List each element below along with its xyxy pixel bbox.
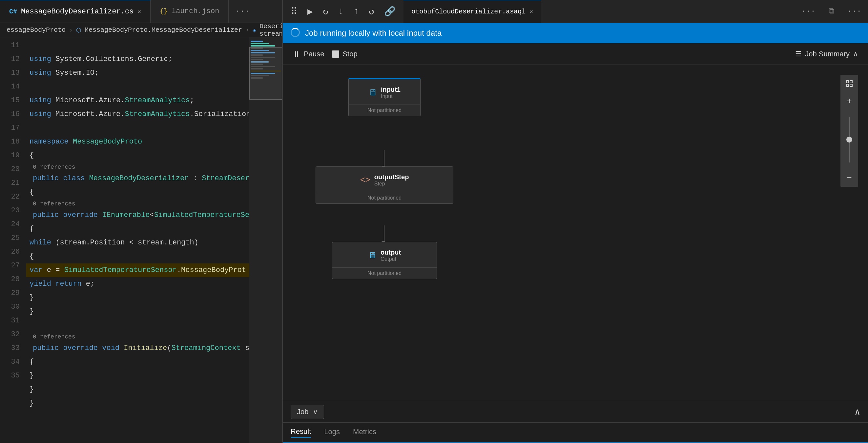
stop-label: Stop bbox=[342, 50, 357, 58]
outputstep-label: outputStep bbox=[374, 173, 409, 181]
zoom-minus-button[interactable]: − bbox=[840, 169, 858, 187]
bottom-panel: Job ∨ ∧ Result Logs Metrics bbox=[283, 401, 868, 443]
tab-more-left[interactable]: ··· bbox=[229, 0, 256, 23]
node-outputstep[interactable]: <> outputStep Step Not partitioned bbox=[316, 166, 453, 204]
code-line-26: ▶ var e = SimulatedTemperatureSensor.Mes… bbox=[26, 264, 249, 277]
code-line-22: 0 references public override IEnumerable… bbox=[26, 199, 249, 222]
job-summary-label: Job Summary bbox=[805, 50, 849, 58]
zoom-fit-button[interactable] bbox=[840, 75, 858, 92]
outputstep-subtitle: Step bbox=[374, 181, 409, 187]
diagram-area: 🖥 input1 Input Not partitioned ▼ <> bbox=[283, 65, 868, 401]
code-line-17 bbox=[26, 121, 249, 135]
line-numbers: 11 12 13 14 15 16 17 18 19 20 21 22 23 2… bbox=[0, 37, 26, 443]
job-header-text: Job running locally with local input dat… bbox=[305, 29, 441, 38]
tab-msgbody-icon: C# bbox=[9, 8, 17, 15]
stop-icon bbox=[332, 50, 339, 58]
link-icon[interactable]: 🔗 bbox=[384, 6, 396, 17]
job-dropdown-label: Job bbox=[297, 408, 308, 416]
output-subtitle: Output bbox=[380, 256, 401, 262]
code-line-30 bbox=[26, 318, 249, 332]
tab-protobuf-label: otobufCloudDeserializer.asaql bbox=[411, 8, 526, 15]
minimap bbox=[249, 37, 282, 443]
job-running-header: Job running locally with local input dat… bbox=[283, 23, 868, 43]
zoom-slider-track[interactable] bbox=[840, 110, 858, 169]
breadcrumb-part1: essageBodyProto bbox=[6, 26, 66, 34]
code-line-16: using Microsoft.Azure.StreamAnalytics.Se… bbox=[26, 107, 249, 121]
node-output[interactable]: 🖥 output Output Not partitioned bbox=[332, 242, 437, 279]
step-into-icon[interactable]: ↓ bbox=[338, 6, 344, 16]
node-input1[interactable]: 🖥 input1 Input Not partitioned bbox=[348, 78, 421, 116]
tab-protobuf-close[interactable]: ✕ bbox=[529, 8, 533, 15]
job-spinner bbox=[291, 28, 300, 38]
zoom-plus-button[interactable]: + bbox=[840, 92, 858, 110]
code-line-15: using Microsoft.Azure.StreamAnalytics; bbox=[26, 94, 249, 107]
collapse-button[interactable]: ∧ bbox=[855, 406, 860, 417]
code-line-25: { bbox=[26, 250, 249, 264]
pause-icon: ⏸ bbox=[292, 49, 301, 59]
tab-msgbody-close[interactable]: ✕ bbox=[137, 8, 141, 15]
breadcrumb-icon2: ◈ bbox=[253, 27, 256, 34]
code-line-20: 0 references public class MessageBodyDes… bbox=[26, 163, 249, 185]
svg-rect-3 bbox=[850, 84, 852, 87]
code-line-34: } bbox=[26, 383, 249, 397]
breadcrumb-sep1: › bbox=[69, 26, 73, 34]
tab-protobuf[interactable]: otobufCloudDeserializer.asaql ✕ bbox=[403, 0, 541, 23]
stop-button[interactable]: Stop bbox=[332, 50, 357, 58]
zoom-controls: + − bbox=[840, 75, 858, 187]
code-line-11 bbox=[26, 39, 249, 53]
output-label: output bbox=[380, 249, 401, 256]
step-out-icon[interactable]: ↑ bbox=[353, 6, 359, 16]
tab-logs[interactable]: Logs bbox=[324, 428, 340, 437]
pause-button[interactable]: ⏸ Pause bbox=[292, 49, 324, 59]
undo-icon[interactable]: ↺ bbox=[369, 6, 374, 17]
breadcrumb-part3: Deserialize(Stream stream) bbox=[259, 23, 282, 38]
breadcrumb: essageBodyProto › ⬡ MessageBodyProto.Mes… bbox=[0, 23, 282, 37]
code-line-13: using System.IO; bbox=[26, 66, 249, 80]
tab-metrics-label: Metrics bbox=[353, 428, 376, 436]
code-line-35: } bbox=[26, 397, 249, 410]
tab-logs-label: Logs bbox=[324, 428, 340, 436]
input1-footer: Not partitioned bbox=[349, 105, 420, 116]
code-line-24: while (stream.Position < stream.Length) bbox=[26, 236, 249, 250]
code-line-14 bbox=[26, 80, 249, 94]
job-dropdown[interactable]: Job ∨ bbox=[291, 405, 324, 419]
code-line-31: 0 references public override void Initia… bbox=[26, 332, 249, 355]
input1-label: input1 bbox=[381, 86, 401, 93]
result-tabs: Result Logs Metrics bbox=[283, 423, 868, 443]
tab-launch-label: launch.json bbox=[172, 7, 219, 15]
code-line-33: } bbox=[26, 369, 249, 383]
code-line-32: { bbox=[26, 355, 249, 369]
chevron-down-icon: ∨ bbox=[313, 408, 318, 416]
tab-launch-icon: {} bbox=[160, 7, 167, 15]
dropdown-bar: Job ∨ ∧ bbox=[283, 401, 868, 423]
tab-msgbody-label: MessageBodyDeserializer.cs bbox=[21, 7, 133, 16]
input1-subtitle: Input bbox=[381, 93, 401, 99]
job-summary-button[interactable]: ☰ Job Summary ∧ bbox=[795, 50, 858, 58]
outputstep-footer: Not partitioned bbox=[316, 192, 453, 203]
code-line-29: } bbox=[26, 305, 249, 318]
toolbar-icons-area: ⠿ ▶ ↻ ↓ ↑ ↺ 🔗 bbox=[283, 6, 403, 17]
code-line-28: } bbox=[26, 291, 249, 305]
tab-metrics[interactable]: Metrics bbox=[353, 428, 376, 437]
svg-rect-0 bbox=[846, 80, 849, 83]
tab-result-label: Result bbox=[291, 427, 311, 436]
tab-msgbody[interactable]: C# MessageBodyDeserializer.cs ✕ bbox=[0, 0, 151, 23]
code-line-21: { bbox=[26, 185, 249, 199]
controls-bar: ⏸ Pause Stop ☰ Job Summary ∧ bbox=[283, 43, 868, 65]
tab-launch[interactable]: {} launch.json bbox=[151, 0, 229, 23]
code-area[interactable]: using System.Collections.Generic; using … bbox=[26, 37, 249, 443]
grid-icon[interactable]: ⠿ bbox=[291, 6, 298, 17]
tab-more-right[interactable]: ··· bbox=[795, 7, 822, 16]
list-icon: ☰ bbox=[795, 50, 802, 58]
output-node-icon: 🖥 bbox=[368, 250, 377, 261]
restart-icon[interactable]: ↻ bbox=[323, 6, 329, 17]
split-editor-btn[interactable]: ⧉ bbox=[822, 7, 841, 16]
play-icon[interactable]: ▶ bbox=[307, 6, 313, 17]
pause-label: Pause bbox=[304, 50, 324, 58]
tab-result[interactable]: Result bbox=[291, 427, 311, 438]
code-line-19: { bbox=[26, 149, 249, 163]
input-node-icon: 🖥 bbox=[368, 88, 377, 98]
chevron-up-icon: ∧ bbox=[853, 50, 858, 58]
code-line-18: namespace MessageBodyProto bbox=[26, 135, 249, 149]
more-actions-btn[interactable]: ··· bbox=[841, 7, 868, 16]
